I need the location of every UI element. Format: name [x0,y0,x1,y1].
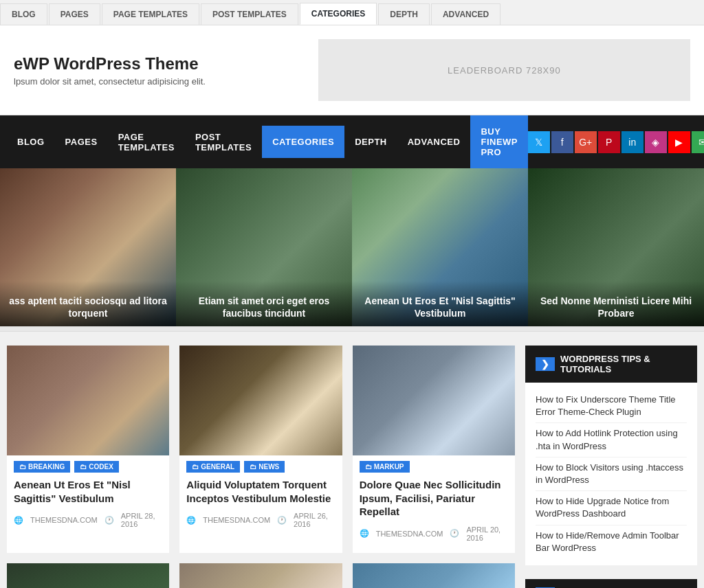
post-title-2[interactable]: Aliquid Voluptatem Torquent Inceptos Ves… [179,475,342,509]
folder-icon-4: 🗀 [250,463,256,471]
sidebar-widget-tips: ❯ WORDPRESS TIPS & TUTORIALS How to Fix … [525,346,697,565]
hero-slide-2[interactable]: Etiam sit amet orci eget eros faucibus t… [176,168,352,326]
tag-markup[interactable]: 🗀 MARKUP [360,461,410,473]
tag-codex[interactable]: 🗀 CODEX [74,461,119,473]
sidebar-widget-gallery: ❯ SAMPLE GALLERY WIDGET Gallery Images [525,579,697,588]
globe-icon-2: 🌐 [186,516,196,525]
clock-icon-2: 🕐 [277,516,287,525]
widget-title-tips: WORDPRESS TIPS & TUTORIALS [560,354,687,374]
post-tags-3: 🗀 MARKUP [353,455,515,475]
nav-links: BLOG PAGES PAGE TEMPLATES POST TEMPLATES… [7,115,528,168]
post-image-2 [179,346,342,455]
social-google[interactable]: G+ [575,131,597,153]
social-icons: 𝕏 f G+ P in ◈ ▶ ✉ ◉ [528,131,704,153]
post-site-2: THEMESDNA.COM [203,516,270,524]
post-image-1 [7,346,169,455]
admin-tab-page-templates[interactable]: PAGE TEMPLATES [102,3,199,25]
post-card-3: 🗀 MARKUP Dolore Quae Nec Sollicitudin Ip… [353,346,515,553]
admin-nav: BLOG PAGES PAGE TEMPLATES POST TEMPLATES… [0,0,704,25]
hero-slide-4[interactable]: Sed Nonne Merninisti Licere Mihi Probare [528,168,704,326]
site-branding: eWP WordPress Theme lpsum dolor sit amet… [14,54,285,87]
hero-caption-3: Aenean Ut Eros Et "Nisl Sagittis" Vestib… [352,281,528,326]
post-date-3: APRIL 20, 2016 [466,525,508,542]
widget-links-tips: How to Fix Underscore Theme Title Error … [525,383,697,565]
globe-icon-3: 🌐 [360,529,369,538]
post-tags-2: 🗀 GENERAL 🗀 NEWS [179,455,342,475]
social-twitter[interactable]: 𝕏 [528,131,550,153]
post-card-2: 🗀 GENERAL 🗀 NEWS Aliquid Voluptatem Torq… [179,346,342,553]
post-date-2: APRIL 26, 2016 [294,512,336,528]
post-image-5 [179,563,342,588]
admin-tab-blog[interactable]: BLOG [0,3,47,25]
social-linkedin[interactable]: in [622,131,644,153]
admin-tab-post-templates[interactable]: POST TEMPLATES [201,3,298,25]
widget-header-tips: ❯ WORDPRESS TIPS & TUTORIALS [525,346,697,383]
nav-post-templates[interactable]: POST TEMPLATES [185,121,262,163]
clock-icon: 🕐 [104,516,114,525]
widget-link-1[interactable]: How to Fix Underscore Theme Title Error … [536,389,687,423]
post-date-1: APRIL 28, 2016 [121,512,163,528]
social-youtube[interactable]: ▶ [668,131,690,153]
sidebar: ❯ WORDPRESS TIPS & TUTORIALS How to Fix … [525,346,697,588]
nav-categories[interactable]: CATEGORIES [262,126,344,158]
post-title-1[interactable]: Aenean Ut Eros Et "Nisl Sagittis" Vestib… [7,475,169,509]
admin-tab-advanced[interactable]: ADVANCED [431,3,500,25]
hero-caption-1: ass aptent taciti sociosqu ad litora tor… [0,281,176,326]
post-card-1: 🗀 BREAKING 🗀 CODEX Aenean Ut Eros Et "Ni… [7,346,169,553]
section-divider [0,326,704,332]
post-image-6 [353,563,515,588]
social-instagram[interactable]: ◈ [645,131,667,153]
post-image-4 [7,563,169,588]
hero-caption-2: Etiam sit amet orci eget eros faucibus t… [176,281,352,326]
widget-link-5[interactable]: How to Hide/Remove Admin Toolbar Bar Wor… [536,525,687,558]
folder-icon-3: 🗀 [192,463,199,471]
social-email[interactable]: ✉ [692,131,704,153]
nav-pages[interactable]: PAGES [55,126,108,158]
post-meta-1: 🌐 THEMESDNA.COM 🕐 APRIL 28, 2016 [7,509,169,535]
nav-buy-pro[interactable]: BUY FINEWP PRO [470,115,527,168]
hero-caption-4: Sed Nonne Merninisti Licere Mihi Probare [528,281,704,326]
leaderboard-ad: LEADERBOARD 728X90 [318,39,690,101]
tag-breaking[interactable]: 🗀 BREAKING [14,461,70,473]
social-pinterest[interactable]: P [598,131,620,153]
post-meta-3: 🌐 THEMESDNA.COM 🕐 APRIL 20, 2016 [353,523,515,549]
widget-arrow-icon: ❯ [536,357,555,371]
hero-slide-3[interactable]: Aenean Ut Eros Et "Nisl Sagittis" Vestib… [352,168,528,326]
post-site-3: THEMESDNA.COM [376,530,443,538]
folder-icon: 🗀 [19,463,26,471]
admin-tab-depth[interactable]: DEPTH [378,3,430,25]
admin-tab-pages[interactable]: PAGES [49,3,100,25]
post-title-3[interactable]: Dolore Quae Nec Sollicitudin Ipsum, Faci… [353,475,515,523]
social-facebook[interactable]: f [551,131,573,153]
clock-icon-3: 🕐 [450,529,459,538]
admin-tab-categories[interactable]: CATEGORIES [300,3,377,25]
post-meta-2: 🌐 THEMESDNA.COM 🕐 APRIL 26, 2016 [179,509,342,535]
site-title: eWP WordPress Theme [14,54,285,74]
nav-depth[interactable]: DEPTH [344,126,397,158]
posts-grid: 🗀 BREAKING 🗀 CODEX Aenean Ut Eros Et "Ni… [7,346,515,588]
widget-link-2[interactable]: How to Add Hotlink Protection using .hta… [536,423,687,457]
post-card-4 [7,563,169,588]
post-tags-1: 🗀 BREAKING 🗀 CODEX [7,455,169,475]
widget-link-3[interactable]: How to Block Visitors using .htaccess in… [536,457,687,491]
folder-icon-2: 🗀 [80,463,87,471]
site-header: eWP WordPress Theme lpsum dolor sit amet… [0,25,704,115]
main-nav: BLOG PAGES PAGE TEMPLATES POST TEMPLATES… [0,115,704,168]
nav-advanced[interactable]: ADVANCED [397,126,471,158]
globe-icon: 🌐 [14,516,23,525]
widget-header-gallery: ❯ SAMPLE GALLERY WIDGET [525,579,697,588]
hero-slide-1[interactable]: ass aptent taciti sociosqu ad litora tor… [0,168,176,326]
post-site-1: THEMESDNA.COM [30,516,98,524]
site-tagline: lpsum dolor sit amet, consectetur adipis… [14,76,285,87]
post-card-6 [353,563,515,588]
tag-news[interactable]: 🗀 NEWS [244,461,285,473]
tag-general[interactable]: 🗀 GENERAL [186,461,240,473]
main-content-wrapper: 🗀 BREAKING 🗀 CODEX Aenean Ut Eros Et "Ni… [0,332,704,588]
hero-slider: ass aptent taciti sociosqu ad litora tor… [0,168,704,326]
nav-page-templates[interactable]: PAGE TEMPLATES [108,121,185,163]
nav-blog[interactable]: BLOG [7,126,55,158]
post-card-5 [179,563,342,588]
folder-icon-5: 🗀 [365,463,372,471]
widget-link-4[interactable]: How to Hide Upgrade Notice from WordPres… [536,491,687,525]
post-image-3 [353,346,515,455]
